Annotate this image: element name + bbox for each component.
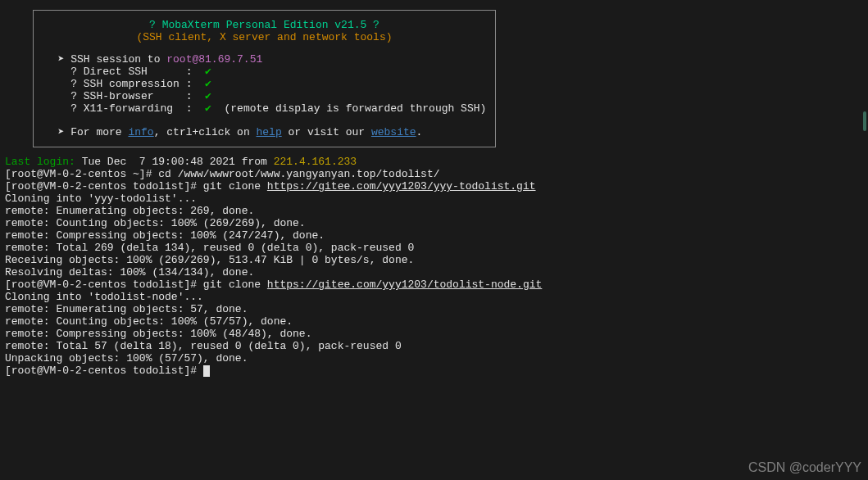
output-line: remote: Compressing objects: 100% (48/48… — [5, 328, 863, 340]
website-link[interactable]: website — [371, 126, 416, 138]
command: cd /www/wwwroot/www.yangyanyan.top/todol… — [158, 168, 439, 180]
output-line: Cloning into 'yyy-todolist'... — [5, 192, 863, 205]
banner-title: ? MobaXterm Personal Edition v21.5 ? — [45, 19, 484, 31]
banner-subtitle: (SSH client, X server and network tools) — [45, 31, 484, 43]
output-line: remote: Enumerating objects: 57, done. — [5, 303, 863, 315]
output-line: remote: Counting objects: 100% (269/269)… — [5, 217, 863, 229]
check-icon: ✔ — [205, 78, 211, 90]
scrollbar-thumb[interactable] — [863, 111, 866, 131]
ssh-browser: ? SSH-browser : ✔ — [45, 90, 484, 102]
output-line: Cloning into 'todolist-node'... — [5, 291, 863, 303]
blank-line — [45, 115, 484, 126]
command-prefix: git clone — [203, 278, 267, 291]
last-login-line: Last login: Tue Dec 7 19:00:48 2021 from… — [5, 156, 863, 168]
prompt: [root@VM-0-2-centos ~]# — [5, 168, 158, 180]
more-prefix: ➤ For more — [45, 126, 128, 138]
output-line: remote: Enumerating objects: 269, done. — [5, 205, 863, 217]
info-link[interactable]: info — [128, 126, 153, 138]
welcome-banner: ? MobaXterm Personal Edition v21.5 ? (SS… — [33, 10, 496, 147]
prompt: [root@VM-0-2-centos todolist]# — [5, 180, 203, 192]
prompt: [root@VM-0-2-centos todolist]# — [5, 365, 203, 377]
item-label: ? SSH compression : — [45, 78, 205, 90]
last-login-ip: 221.4.161.233 — [274, 156, 357, 168]
watermark-text: CSDN @coderYYY — [748, 461, 861, 473]
item-label: ? Direct SSH : — [45, 66, 205, 78]
item-label: ? X11-forwarding : — [45, 102, 205, 115]
output-line: Resolving deltas: 100% (134/134), done. — [5, 266, 863, 278]
current-prompt-line[interactable]: [root@VM-0-2-centos todolist]# — [5, 365, 863, 377]
last-login-label: Last login: — [5, 156, 75, 168]
more-mid1: , ctrl+click on — [154, 126, 257, 138]
check-icon: ✔ — [205, 66, 211, 78]
git-url-link[interactable]: https://gitee.com/yyy1203/todolist-node.… — [267, 278, 542, 291]
cmd-line-3: [root@VM-0-2-centos todolist]# git clone… — [5, 278, 863, 291]
ssh-session-line: ➤ SSH session to root@81.69.7.51 — [45, 53, 484, 66]
command-prefix: git clone — [203, 180, 267, 192]
output-line: remote: Counting objects: 100% (57/57), … — [5, 315, 863, 328]
output-line: Unpacking objects: 100% (57/57), done. — [5, 352, 863, 365]
prompt: [root@VM-0-2-centos todolist]# — [5, 278, 203, 291]
ssh-target: root@81.69.7.51 — [166, 53, 262, 66]
cmd-line-2: [root@VM-0-2-centos todolist]# git clone… — [5, 180, 863, 192]
last-login-time: Tue Dec 7 19:00:48 2021 from — [75, 156, 274, 168]
git-url-link[interactable]: https://gitee.com/yyy1203/yyy-todolist.g… — [267, 180, 536, 192]
output-line: remote: Total 57 (delta 18), reused 0 (d… — [5, 340, 863, 352]
session-prefix: ➤ SSH session to — [45, 53, 166, 66]
x11-forwarding: ? X11-forwarding : ✔ (remote display is … — [45, 102, 484, 115]
output-line: remote: Compressing objects: 100% (247/2… — [5, 229, 863, 242]
cursor-icon — [203, 365, 210, 377]
item-label: ? SSH-browser : — [45, 90, 205, 102]
terminal-output[interactable]: ? MobaXterm Personal Edition v21.5 ? (SS… — [0, 0, 868, 382]
cmd-line-1: [root@VM-0-2-centos ~]# cd /www/wwwroot/… — [5, 168, 863, 180]
x11-suffix: (remote display is forwarded through SSH… — [211, 102, 486, 115]
check-icon: ✔ — [205, 90, 211, 102]
check-icon: ✔ — [205, 102, 211, 115]
help-link[interactable]: help — [257, 126, 282, 138]
more-info-line: ➤ For more info, ctrl+click on help or v… — [45, 126, 484, 138]
output-line: Receiving objects: 100% (269/269), 513.4… — [5, 254, 863, 266]
more-end: . — [416, 126, 423, 138]
output-line: remote: Total 269 (delta 134), reused 0 … — [5, 242, 863, 254]
more-mid2: or visit our — [282, 126, 371, 138]
ssh-compression: ? SSH compression : ✔ — [45, 78, 484, 90]
ssh-direct: ? Direct SSH : ✔ — [45, 66, 484, 78]
